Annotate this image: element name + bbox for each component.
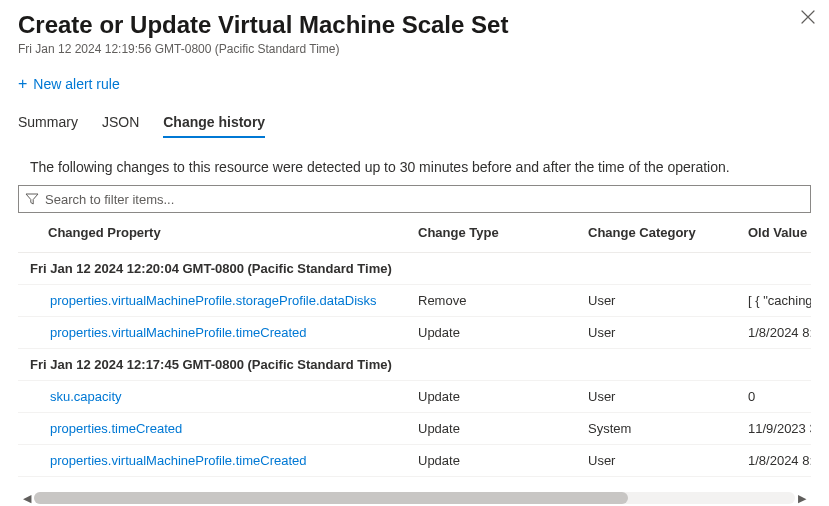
group-header[interactable]: Fri Jan 12 2024 12:20:04 GMT-0800 (Pacif… [18,253,811,285]
tab-json[interactable]: JSON [102,108,139,138]
scroll-left-arrow-icon[interactable]: ◀ [20,492,34,505]
filter-icon [25,192,39,206]
change-history-pane: Create or Update Virtual Machine Scale S… [0,0,829,506]
table-row: properties.timeCreated Update System 11/… [18,413,811,445]
new-alert-rule-label: New alert rule [33,76,119,92]
col-category[interactable]: Change Category [588,225,748,240]
table-header: Changed Property Change Type Change Cate… [18,213,811,253]
tabs: Summary JSON Change history [18,108,811,139]
cell-old-value: 11/9/2023 3:44:42 PM [748,421,811,436]
search-input[interactable] [45,192,804,207]
property-link[interactable]: properties.virtualMachineProfile.timeCre… [50,325,307,340]
description-text: The following changes to this resource w… [18,159,811,175]
tab-change-history[interactable]: Change history [163,108,265,138]
cell-type: Update [418,453,588,468]
tab-summary[interactable]: Summary [18,108,78,138]
cell-category: User [588,293,748,308]
page-title: Create or Update Virtual Machine Scale S… [18,10,811,40]
property-link[interactable]: properties.timeCreated [50,421,182,436]
cell-category: System [588,421,748,436]
cell-old-value: [ { "caching": "None", [748,293,811,308]
cell-category: User [588,325,748,340]
cell-type: Update [418,389,588,404]
table-row: properties.virtualMachineProfile.timeCre… [18,445,811,477]
new-alert-rule-button[interactable]: + New alert rule [18,76,120,92]
col-property[interactable]: Changed Property [18,225,418,240]
property-link[interactable]: sku.capacity [50,389,122,404]
command-bar: + New alert rule [18,76,811,92]
cell-old-value: 0 [748,389,811,404]
scrollbar-thumb[interactable] [34,492,628,504]
col-type[interactable]: Change Type [418,225,588,240]
close-icon [801,10,815,24]
cell-old-value: 1/8/2024 8:52:58 PM [748,453,811,468]
cell-type: Update [418,325,588,340]
cell-type: Remove [418,293,588,308]
scrollbar-track[interactable] [34,492,795,504]
table-row: properties.virtualMachineProfile.timeCre… [18,317,811,349]
horizontal-scrollbar[interactable]: ◀ ▶ [18,490,811,506]
property-link[interactable]: properties.virtualMachineProfile.storage… [50,293,377,308]
scroll-right-arrow-icon[interactable]: ▶ [795,492,809,505]
property-link[interactable]: properties.virtualMachineProfile.timeCre… [50,453,307,468]
table-row: sku.capacity Update User 0 [18,381,811,413]
search-box[interactable] [18,185,811,213]
page-subtitle: Fri Jan 12 2024 12:19:56 GMT-0800 (Pacif… [18,42,811,56]
plus-icon: + [18,76,27,92]
cell-type: Update [418,421,588,436]
changes-table: Changed Property Change Type Change Cate… [18,213,811,477]
group-header[interactable]: Fri Jan 12 2024 12:17:45 GMT-0800 (Pacif… [18,349,811,381]
cell-category: User [588,389,748,404]
cell-category: User [588,453,748,468]
close-button[interactable] [801,10,815,28]
table-scroll[interactable]: Changed Property Change Type Change Cate… [18,213,811,486]
cell-old-value: 1/8/2024 8:52:58 PM [748,325,811,340]
table-row: properties.virtualMachineProfile.storage… [18,285,811,317]
col-old-value[interactable]: Old Value [748,225,811,240]
